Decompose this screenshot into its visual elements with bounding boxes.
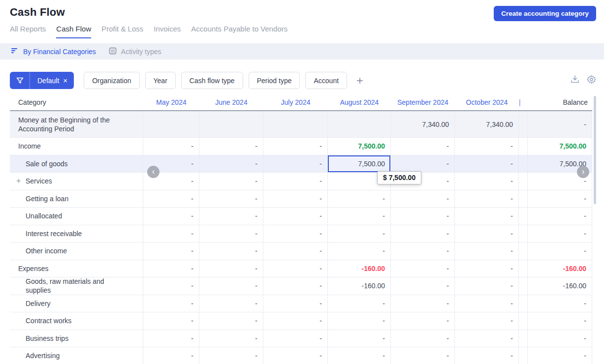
value-cell[interactable] (519, 295, 528, 312)
value-cell[interactable]: - (143, 208, 199, 225)
value-cell[interactable]: - (143, 225, 199, 243)
value-cell[interactable]: - (199, 225, 263, 243)
value-cell[interactable]: - (199, 330, 263, 347)
value-cell[interactable]: - (455, 295, 519, 312)
value-cell[interactable]: - (391, 155, 455, 173)
value-cell[interactable] (328, 111, 391, 137)
value-cell[interactable]: - (263, 243, 328, 260)
tab-all-reports[interactable]: All Reports (10, 25, 46, 38)
value-cell[interactable]: -160.00 (528, 260, 592, 277)
tab-accounts-payable-to-vendors[interactable]: Accounts Payable to Vendors (191, 25, 287, 38)
value-cell[interactable]: - (263, 347, 328, 364)
value-cell[interactable]: - (528, 312, 592, 330)
value-cell[interactable]: - (199, 208, 263, 225)
value-cell[interactable]: -160.00 (528, 277, 592, 295)
column-header-4[interactable]: August 2024 (328, 94, 391, 110)
value-cell[interactable]: - (455, 347, 519, 364)
value-cell[interactable]: - (391, 330, 455, 347)
category-cell[interactable]: +Services (10, 173, 143, 190)
value-cell[interactable]: - (263, 155, 328, 173)
scroll-right-button[interactable]: › (577, 166, 589, 178)
value-cell[interactable]: - (455, 277, 519, 295)
value-cell[interactable]: - (455, 190, 519, 208)
category-cell[interactable]: Getting a loan (10, 190, 143, 208)
value-cell[interactable]: - (199, 138, 263, 155)
value-cell[interactable]: - (455, 173, 519, 190)
category-cell[interactable]: Interest receivable (10, 225, 143, 243)
value-cell[interactable]: - (199, 260, 263, 277)
value-cell[interactable]: - (328, 190, 391, 208)
default-filter-chip[interactable]: Default × (10, 72, 74, 89)
value-cell[interactable]: - (199, 190, 263, 208)
column-header-8[interactable]: Balance (528, 94, 592, 110)
value-cell[interactable]: - (143, 260, 199, 277)
value-cell[interactable]: - (391, 225, 455, 243)
category-cell[interactable]: Advertising (10, 347, 143, 364)
value-cell[interactable]: - (528, 208, 592, 225)
value-cell[interactable] (519, 260, 528, 277)
value-cell[interactable]: - (263, 225, 328, 243)
category-cell[interactable]: Goods, raw materials and supplies (10, 277, 143, 295)
value-cell[interactable] (519, 330, 528, 347)
category-cell[interactable]: Business trips (10, 330, 143, 347)
value-cell[interactable]: - (263, 260, 328, 277)
column-header-7[interactable]: | (519, 94, 528, 110)
value-cell[interactable] (143, 111, 199, 137)
value-cell[interactable]: - (143, 347, 199, 364)
filter-button-account[interactable]: Account (305, 72, 347, 89)
view-activity-types[interactable]: Activity types (109, 47, 161, 56)
value-cell[interactable]: - (528, 295, 592, 312)
value-cell[interactable]: - (455, 243, 519, 260)
value-cell[interactable]: - (199, 243, 263, 260)
value-cell[interactable]: - (391, 138, 455, 155)
value-cell[interactable] (519, 347, 528, 364)
column-header-2[interactable]: June 2024 (199, 94, 263, 110)
value-cell[interactable]: - (263, 190, 328, 208)
value-cell[interactable]: - (391, 208, 455, 225)
value-cell[interactable]: - (391, 190, 455, 208)
value-cell[interactable]: - (143, 295, 199, 312)
create-accounting-category-button[interactable]: Create accounting category (494, 6, 596, 21)
value-cell[interactable]: - (328, 312, 391, 330)
value-cell[interactable]: - (391, 347, 455, 364)
value-cell[interactable]: - (263, 173, 328, 190)
value-cell[interactable]: - (528, 243, 592, 260)
value-cell[interactable]: - (328, 347, 391, 364)
value-cell[interactable]: - (143, 138, 199, 155)
value-cell[interactable]: - (455, 138, 519, 155)
column-header-5[interactable]: September 2024 (391, 94, 455, 110)
category-cell[interactable]: Delivery (10, 295, 143, 312)
value-cell[interactable]: - (528, 111, 592, 137)
value-cell[interactable]: - (143, 312, 199, 330)
value-cell[interactable] (519, 138, 528, 155)
category-cell[interactable]: Unallocated (10, 208, 143, 225)
value-cell[interactable]: - (455, 260, 519, 277)
value-cell[interactable]: - (143, 190, 199, 208)
filter-button-year[interactable]: Year (145, 72, 176, 89)
value-cell[interactable]: - (263, 295, 328, 312)
value-cell[interactable]: - (528, 225, 592, 243)
view-by-financial-categories[interactable]: By Financial Categories (11, 47, 96, 56)
add-filter-icon[interactable]: + (356, 76, 363, 86)
category-cell[interactable]: Income (10, 138, 143, 155)
value-cell[interactable] (519, 111, 528, 137)
value-cell[interactable] (519, 225, 528, 243)
value-cell[interactable] (519, 208, 528, 225)
value-cell[interactable]: - (199, 295, 263, 312)
category-cell[interactable]: Contract works (10, 312, 143, 330)
value-cell[interactable]: - (143, 330, 199, 347)
value-cell[interactable]: - (391, 312, 455, 330)
scroll-left-button[interactable]: ‹ (147, 166, 159, 178)
category-cell[interactable]: Other income (10, 243, 143, 260)
gear-icon[interactable] (587, 75, 596, 86)
value-cell[interactable]: - (455, 330, 519, 347)
value-cell[interactable]: 7,500.00 (328, 138, 391, 155)
value-cell[interactable]: - (528, 347, 592, 364)
value-cell[interactable] (519, 190, 528, 208)
column-header-3[interactable]: July 2024 (263, 94, 328, 110)
value-cell[interactable]: - (391, 243, 455, 260)
tab-profit-loss[interactable]: Profit & Loss (101, 25, 143, 38)
value-cell[interactable]: - (199, 155, 263, 173)
filter-button-cash-flow-type[interactable]: Cash flow type (181, 72, 243, 89)
value-cell[interactable]: - (455, 312, 519, 330)
